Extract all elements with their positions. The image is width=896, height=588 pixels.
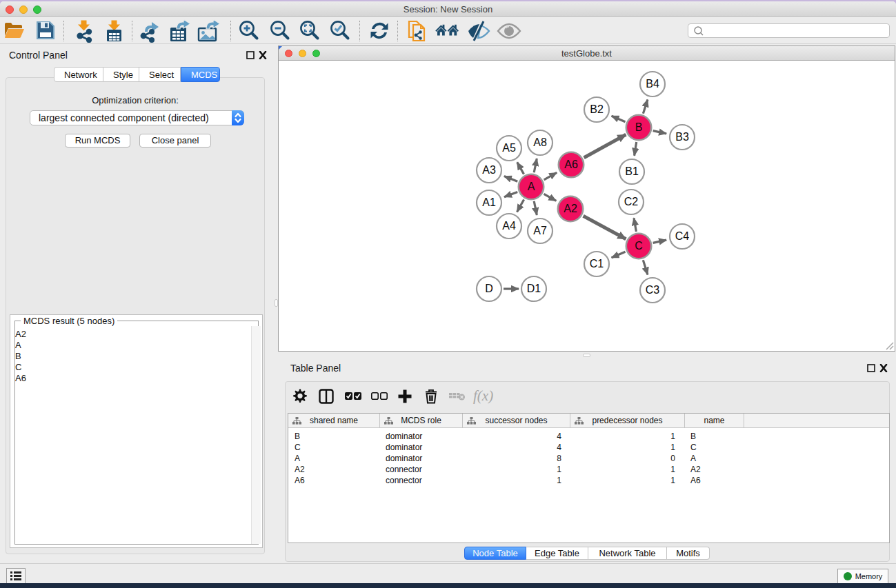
svg-text:A7: A7 — [533, 225, 547, 236]
svg-text:A: A — [528, 181, 535, 192]
svg-text:B1: B1 — [625, 165, 639, 177]
svg-text:A8: A8 — [533, 136, 547, 148]
svg-text:B: B — [635, 121, 643, 133]
svg-text:C3: C3 — [646, 284, 660, 296]
svg-text:C: C — [635, 240, 643, 252]
svg-text:C2: C2 — [624, 196, 639, 207]
svg-text:A4: A4 — [502, 220, 516, 232]
svg-text:B2: B2 — [590, 103, 604, 115]
svg-text:D: D — [485, 283, 493, 294]
svg-text:A1: A1 — [482, 196, 496, 208]
svg-text:D1: D1 — [527, 283, 541, 294]
svg-text:C1: C1 — [590, 258, 604, 270]
svg-text:A6: A6 — [564, 159, 578, 170]
svg-text:A3: A3 — [482, 164, 496, 176]
svg-text:B4: B4 — [646, 78, 659, 90]
svg-text:C4: C4 — [675, 230, 690, 242]
svg-text:A2: A2 — [564, 203, 577, 214]
svg-text:B3: B3 — [675, 131, 689, 143]
svg-text:A5: A5 — [502, 142, 516, 154]
